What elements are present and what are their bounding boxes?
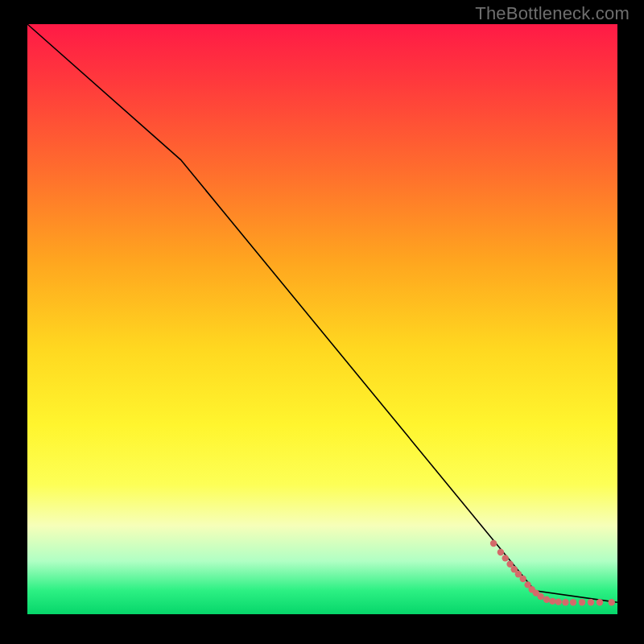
data-point	[502, 555, 509, 561]
plot-area	[27, 24, 617, 614]
data-point	[579, 599, 585, 605]
data-point	[609, 599, 615, 605]
data-point	[506, 561, 513, 568]
data-point	[555, 598, 562, 605]
plot-overlay	[27, 24, 617, 614]
scatter-points	[490, 540, 615, 606]
data-point	[543, 597, 550, 603]
watermark-text: TheBottleneck.com	[475, 3, 630, 24]
data-point	[588, 599, 594, 605]
data-point	[490, 540, 497, 547]
chart-frame: TheBottleneck.com	[0, 0, 644, 644]
data-point	[520, 576, 526, 582]
data-point	[570, 599, 576, 605]
data-point	[562, 599, 568, 605]
bottleneck-curve	[27, 24, 617, 602]
data-point	[538, 593, 544, 600]
data-point	[497, 549, 504, 555]
data-point	[597, 599, 603, 605]
data-point	[549, 598, 555, 605]
